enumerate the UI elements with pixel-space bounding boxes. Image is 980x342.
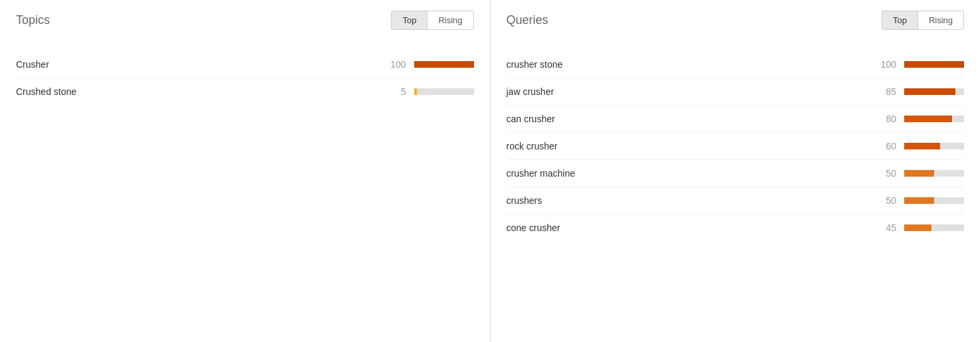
queries-rows: crusher stone100jaw crusher85can crusher… — [507, 51, 965, 241]
bar-container — [904, 224, 964, 231]
queries-title: Queries — [507, 13, 549, 27]
bar-container — [904, 197, 964, 204]
bar-fill — [904, 170, 934, 177]
table-row[interactable]: crusher machine50 — [507, 160, 965, 187]
bar-container — [904, 143, 964, 149]
topics-rising-btn[interactable]: Rising — [428, 11, 473, 29]
topics-rows: Crusher100Crushed stone5 — [16, 51, 474, 105]
bar-fill — [904, 88, 955, 95]
row-value: 100 — [380, 59, 406, 70]
row-label: Crusher — [16, 59, 380, 70]
bar-container — [904, 88, 964, 95]
queries-toggle-group: Top Rising — [882, 11, 964, 30]
bar-fill — [414, 61, 474, 68]
row-label: jaw crusher — [507, 86, 870, 97]
queries-rising-btn[interactable]: Rising — [918, 11, 963, 29]
table-row[interactable]: can crusher80 — [507, 106, 965, 133]
row-label: crusher stone — [507, 59, 870, 70]
topics-panel: Topics Top Rising Crusher100Crushed ston… — [0, 0, 491, 342]
bar-fill — [904, 116, 952, 122]
row-value: 50 — [870, 168, 896, 179]
queries-panel: Queries Top Rising crusher stone100jaw c… — [491, 0, 981, 342]
bar-fill — [904, 61, 964, 68]
table-row[interactable]: jaw crusher85 — [507, 78, 965, 106]
bar-fill — [904, 143, 940, 149]
bar-container — [904, 170, 964, 177]
table-row[interactable]: crusher stone100 — [507, 51, 965, 78]
row-label: cone crusher — [507, 222, 870, 233]
row-label: crusher machine — [507, 168, 870, 179]
row-value: 5 — [380, 86, 406, 97]
row-value: 45 — [870, 222, 896, 233]
table-row[interactable]: Crusher100 — [16, 51, 474, 78]
row-value: 80 — [870, 114, 896, 124]
topics-title: Topics — [16, 13, 50, 27]
row-value: 100 — [870, 59, 896, 70]
table-row[interactable]: rock crusher60 — [507, 133, 965, 160]
row-label: Crushed stone — [16, 86, 380, 97]
row-value: 50 — [870, 195, 896, 206]
row-label: can crusher — [507, 114, 870, 124]
table-row[interactable]: cone crusher45 — [507, 214, 965, 241]
bar-container — [904, 61, 964, 68]
bar-container — [904, 116, 964, 122]
row-value: 85 — [870, 86, 896, 97]
queries-panel-header: Queries Top Rising — [507, 11, 965, 35]
queries-top-btn[interactable]: Top — [882, 11, 918, 29]
bar-fill — [414, 88, 418, 95]
topics-toggle-group: Top Rising — [391, 11, 473, 30]
row-label: rock crusher — [507, 141, 870, 151]
bar-fill — [904, 224, 931, 231]
table-row[interactable]: crushers50 — [507, 187, 965, 214]
bar-fill — [904, 197, 934, 204]
topics-top-btn[interactable]: Top — [392, 11, 428, 29]
topics-panel-header: Topics Top Rising — [16, 11, 474, 35]
bar-container — [414, 88, 474, 95]
row-label: crushers — [507, 195, 870, 206]
table-row[interactable]: Crushed stone5 — [16, 78, 474, 105]
bar-container — [414, 61, 474, 68]
row-value: 60 — [870, 141, 896, 151]
